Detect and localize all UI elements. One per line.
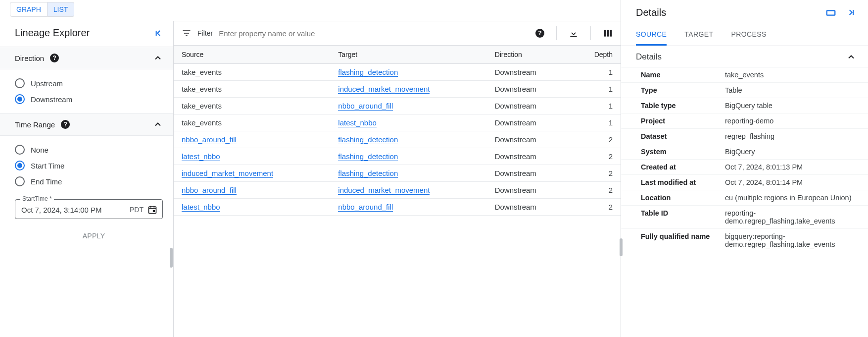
columns-icon[interactable]: [603, 28, 613, 38]
detail-row: Table IDreporting-demo.regrep_flashing.t…: [621, 206, 868, 229]
radio-icon: [15, 176, 25, 186]
tab-graph[interactable]: GRAPH: [10, 2, 48, 17]
col-depth[interactable]: Depth: [571, 46, 621, 64]
detail-value: BigQuery table: [725, 102, 856, 110]
chevron-up-icon: [846, 52, 856, 62]
detail-value: Oct 7, 2024, 8:01:14 PM: [725, 178, 856, 186]
details-title: Details: [636, 7, 666, 18]
detail-key: Table ID: [641, 209, 725, 225]
help-icon[interactable]: ?: [535, 29, 544, 38]
sidebar-scrollbar[interactable]: [170, 248, 173, 268]
start-time-label: StartTime *: [20, 195, 54, 202]
table-row[interactable]: take_eventsflashing_detectionDownstream1: [174, 64, 621, 81]
svg-rect-3: [607, 30, 609, 36]
main-scrollbar[interactable]: [620, 238, 623, 256]
col-target[interactable]: Target: [330, 46, 486, 64]
expand-panel-icon[interactable]: [846, 7, 856, 18]
depth-cell: 2: [571, 148, 621, 165]
detail-row: Last modified atOct 7, 2024, 8:01:14 PM: [621, 175, 868, 190]
calendar-icon[interactable]: [147, 205, 157, 215]
help-icon[interactable]: ?: [61, 120, 70, 129]
chevron-up-icon: [153, 53, 163, 63]
radio-none[interactable]: None: [15, 142, 163, 158]
source-cell[interactable]: nbbo_around_fill: [182, 135, 237, 144]
detail-value: Table: [725, 86, 856, 94]
svg-rect-0: [149, 207, 156, 213]
collapse-sidebar-icon[interactable]: [153, 28, 163, 38]
target-cell[interactable]: flashing_detection: [338, 169, 398, 178]
target-cell[interactable]: flashing_detection: [338, 135, 398, 144]
source-cell[interactable]: induced_market_movement: [182, 169, 273, 178]
direction-section-header[interactable]: Direction ?: [0, 47, 173, 69]
details-fields: Nametake_eventsTypeTableTable typeBigQue…: [621, 67, 868, 252]
filter-input[interactable]: [219, 29, 530, 38]
col-source[interactable]: Source: [174, 46, 330, 64]
detail-key: Type: [641, 86, 725, 94]
detail-value: reporting-demo.regrep_flashing.take_even…: [725, 209, 856, 225]
col-direction[interactable]: Direction: [487, 46, 571, 64]
target-cell[interactable]: latest_nbbo: [338, 118, 377, 127]
table-row[interactable]: take_eventsnbbo_around_fillDownstream1: [174, 98, 621, 114]
detail-value: take_events: [725, 71, 856, 79]
direction-cell: Downstream: [487, 131, 571, 148]
lineage-table-panel: Filter ? Source Target: [173, 21, 621, 337]
svg-rect-5: [827, 10, 835, 15]
radio-start-time[interactable]: Start Time: [15, 158, 163, 173]
timerange-section-header[interactable]: Time Range ?: [0, 113, 173, 136]
source-cell: take_events: [182, 85, 222, 93]
table-row[interactable]: nbbo_around_fillflashing_detectionDownst…: [174, 131, 621, 148]
target-cell[interactable]: flashing_detection: [338, 68, 398, 77]
radio-label: End Time: [31, 177, 62, 186]
tab-source[interactable]: SOURCE: [636, 25, 667, 46]
direction-cell: Downstream: [487, 148, 571, 165]
tab-process[interactable]: PROCESS: [731, 25, 766, 46]
lineage-sidebar: GRAPH LIST Lineage Explorer Direction ? …: [0, 0, 173, 337]
tab-list[interactable]: LIST: [48, 2, 75, 17]
start-time-field[interactable]: StartTime * Oct 7, 2024, 3:14:00 PM PDT: [15, 199, 163, 219]
layout-icon[interactable]: [825, 7, 836, 18]
download-icon[interactable]: [569, 28, 579, 38]
target-cell[interactable]: flashing_detection: [338, 152, 398, 161]
direction-cell: Downstream: [487, 199, 571, 216]
direction-label: Direction: [15, 54, 44, 62]
table-row[interactable]: take_eventsinduced_market_movementDownst…: [174, 81, 621, 98]
detail-key: Location: [641, 194, 725, 202]
radio-icon: [15, 78, 25, 88]
details-subheader[interactable]: Details: [621, 46, 868, 67]
source-cell[interactable]: latest_nbbo: [182, 203, 220, 212]
radio-end-time[interactable]: End Time: [15, 173, 163, 189]
detail-row: Nametake_events: [621, 67, 868, 83]
target-cell[interactable]: induced_market_movement: [338, 186, 430, 195]
source-cell: take_events: [182, 118, 222, 127]
direction-options: Upstream Downstream: [0, 69, 173, 113]
source-cell[interactable]: latest_nbbo: [182, 152, 220, 161]
target-cell[interactable]: nbbo_around_fill: [338, 102, 393, 111]
radio-upstream[interactable]: Upstream: [15, 75, 163, 91]
detail-value: reporting-demo: [725, 117, 856, 125]
detail-row: Created atOct 7, 2024, 8:01:13 PM: [621, 160, 868, 175]
depth-cell: 2: [571, 182, 621, 199]
lineage-table: Source Target Direction Depth take_event…: [174, 46, 621, 216]
table-row[interactable]: nbbo_around_fillinduced_market_movementD…: [174, 182, 621, 199]
depth-cell: 1: [571, 81, 621, 98]
help-icon[interactable]: ?: [50, 54, 59, 62]
detail-key: System: [641, 148, 725, 156]
radio-label: None: [31, 146, 48, 154]
separator: [590, 26, 591, 40]
timerange-options: None Start Time End Time: [0, 136, 173, 195]
depth-cell: 1: [571, 64, 621, 81]
apply-button[interactable]: APPLY: [15, 228, 173, 244]
table-row[interactable]: latest_nbbonbbo_around_fillDownstream2: [174, 199, 621, 216]
source-cell[interactable]: nbbo_around_fill: [182, 186, 237, 195]
detail-value: regrep_flashing: [725, 132, 856, 140]
table-row[interactable]: take_eventslatest_nbboDownstream1: [174, 114, 621, 131]
svg-rect-4: [610, 30, 612, 36]
target-cell[interactable]: nbbo_around_fill: [338, 203, 393, 212]
radio-downstream[interactable]: Downstream: [15, 91, 163, 107]
table-row[interactable]: induced_market_movementflashing_detectio…: [174, 165, 621, 182]
direction-cell: Downstream: [487, 98, 571, 114]
start-time-tz: PDT: [130, 206, 144, 214]
tab-target[interactable]: TARGET: [684, 25, 713, 46]
target-cell[interactable]: induced_market_movement: [338, 85, 430, 94]
table-row[interactable]: latest_nbboflashing_detectionDownstream2: [174, 148, 621, 165]
